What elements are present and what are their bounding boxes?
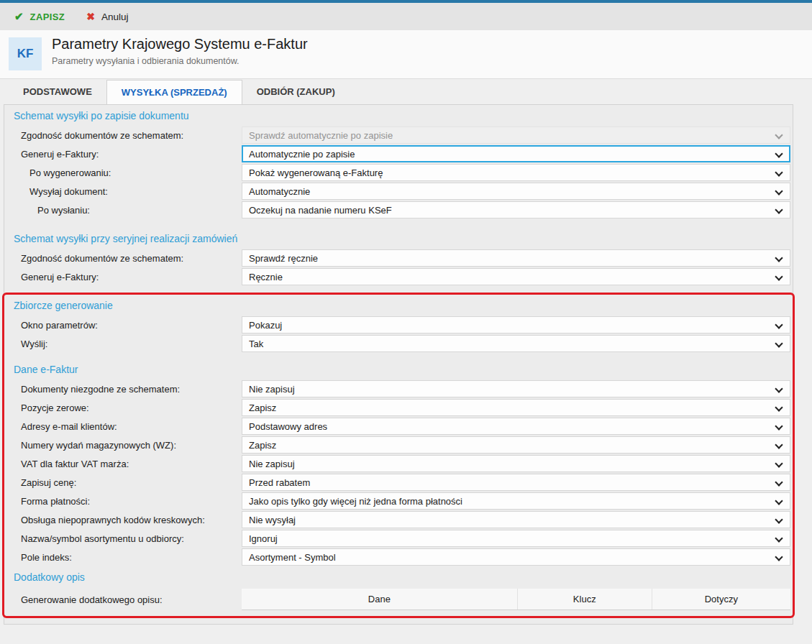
field-label: Wysyłaj dokument: [4,186,242,197]
field-row: Zgodność dokumentów ze schematem: Sprawd… [4,249,793,267]
field-label: Generowanie dodatkowego opisu: [4,589,242,610]
chevron-down-icon [775,422,783,431]
tab-bar: PODSTAWOWE WYSYŁKA (SPRZEDAŻ) ODBIÓR (ZA… [9,80,350,104]
field-row: Zapisuj cenę: Przed rabatem [4,473,793,492]
description-table-row: Generowanie dodatkowego opisu: Dane Kluc… [4,589,793,610]
highlight-annotation: Zbiorcze generowanie Okno parametrów: Po… [2,293,795,618]
dropdown-generuj-efaktury-2[interactable]: Ręcznie [242,268,790,285]
dropdown-forma-platnosci[interactable]: Jako opis tylko gdy więcej niż jedna for… [242,492,790,510]
field-row: Dokumenty niezgodne ze schematem: Nie za… [4,380,793,398]
field-label: Zapisuj cenę: [4,477,242,488]
dropdown-generuj-efaktury-1[interactable]: Automatycznie po zapisie [242,145,790,162]
chevron-down-icon [775,534,783,543]
dropdown-okno-parametrow[interactable]: Pokazuj [242,316,790,334]
field-row: Zgodność dokumentów ze schematem: Sprawd… [4,126,793,144]
toolbar: ✔ ZAPISZ ✖ Anuluj [0,3,812,30]
cancel-button[interactable]: ✖ Anuluj [86,11,128,22]
chevron-down-icon [775,497,783,505]
field-row: Generuj e-Faktury: Ręcznie [4,267,793,286]
field-row: Adresy e-mail klientów: Podstawowy adres [4,417,793,436]
field-row: Okno parametrów: Pokazuj [4,316,793,334]
chevron-down-icon [775,553,783,561]
chevron-down-icon [775,478,783,487]
table-header-dane[interactable]: Dane [242,589,518,610]
dropdown-zgodnosc-dokumentow-2[interactable]: Sprawdź ręcznie [242,249,790,267]
app-icon: KF [9,37,42,70]
field-row: Obsługa niepoprawnych kodów kreskowych: … [4,510,793,529]
field-label: Okno parametrów: [4,320,242,331]
field-label: Numery wydań magazynowych (WZ): [4,440,242,451]
field-label: Pole indeks: [4,552,242,563]
dropdown-vat-marza[interactable]: Nie zapisuj [242,455,790,472]
section-title-dane-efaktur: Dane e-Faktur [4,359,793,380]
cancel-button-label: Anuluj [101,12,129,22]
field-label: Po wysłaniu: [4,205,242,216]
page-title: Parametry Krajowego Systemu e-Faktur [52,36,308,52]
field-label: Nazwa/symbol asortymentu u odbiorcy: [4,533,242,544]
tab-podstawowe[interactable]: PODSTAWOWE [9,80,106,104]
chevron-down-icon [775,385,783,393]
dropdown-nazwa-symbol-asortymentu[interactable]: Ignoruj [242,530,790,547]
chevron-down-icon [775,254,783,262]
page-header: KF Parametry Krajowego Systemu e-Faktur … [0,30,812,79]
chevron-down-icon [775,168,783,177]
chevron-down-icon [775,206,783,214]
chevron-down-icon [775,131,783,139]
field-label: Wyślij: [4,339,242,349]
check-icon: ✔ [14,10,24,23]
field-label: Forma płatności: [4,496,242,507]
dropdown-adresy-email[interactable]: Podstawowy adres [242,418,790,435]
field-row: Po wygenerowaniu: Pokaż wygenerowaną e-F… [4,163,793,182]
field-row: Nazwa/symbol asortymentu u odbiorcy: Ign… [4,529,793,548]
field-row: VAT dla faktur VAT marża: Nie zapisuj [4,454,793,473]
field-label: Zgodność dokumentów ze schematem: [4,130,242,141]
chevron-down-icon [775,272,783,281]
dropdown-zgodnosc-dokumentow-1[interactable]: Sprawdź automatycznie po zapisie [242,126,790,144]
chevron-down-icon [775,459,783,468]
field-row: Pozycje zerowe: Zapisz [4,398,793,417]
dropdown-pole-indeks[interactable]: Asortyment - Symbol [242,548,790,566]
field-row: Numery wydań magazynowych (WZ): Zapisz [4,436,793,454]
chevron-down-icon [775,150,783,158]
dropdown-po-wygenerowaniu[interactable]: Pokaż wygenerowaną e-Fakturę [242,164,790,181]
header-titles: Parametry Krajowego Systemu e-Faktur Par… [52,36,308,66]
chevron-down-icon [775,515,783,524]
field-label: Po wygenerowaniu: [4,167,242,178]
save-button-label: ZAPISZ [30,12,65,22]
chevron-down-icon [775,441,783,449]
field-label: VAT dla faktur VAT marża: [4,459,242,469]
dropdown-pozycje-zerowe[interactable]: Zapisz [242,399,790,416]
dropdown-dokumenty-niezgodne[interactable]: Nie zapisuj [242,380,790,397]
field-row: Pole indeks: Asortyment - Symbol [4,548,793,566]
table-header-klucz[interactable]: Klucz [518,589,652,610]
table-header-dotyczy[interactable]: Dotyczy [652,589,790,610]
field-row: Wyślij: Tak [4,334,793,353]
dropdown-wyslij[interactable]: Tak [242,335,790,352]
close-icon: ✖ [86,11,95,22]
field-label: Pozycje zerowe: [4,402,242,413]
field-row: Po wysłaniu: Oczekuj na nadanie numeru K… [4,201,793,219]
tab-odbior-zakup[interactable]: ODBIÓR (ZAKUP) [242,80,350,104]
field-label: Generuj e-Faktury: [4,272,242,282]
dropdown-po-wyslaniu[interactable]: Oczekuj na nadanie numeru KSeF [242,201,790,218]
field-row: Wysyłaj dokument: Automatycznie [4,182,793,201]
chevron-down-icon [775,339,783,348]
dropdown-zapisuj-cene[interactable]: Przed rabatem [242,474,790,491]
field-label: Zgodność dokumentów ze schematem: [4,253,242,264]
dropdown-kody-kreskowe[interactable]: Nie wysyłaj [242,511,790,528]
chevron-down-icon [775,321,783,329]
field-row: Forma płatności: Jako opis tylko gdy wię… [4,492,793,510]
section-title-dodatkowy-opis: Dodatkowy opis [4,566,793,587]
save-button[interactable]: ✔ ZAPISZ [14,10,65,23]
section-title-schemat-po-zapisie: Schemat wysyłki po zapisie dokumentu [4,105,793,126]
dropdown-numery-wydan[interactable]: Zapisz [242,436,790,454]
section-title-zbiorcze-generowanie: Zbiorcze generowanie [4,295,793,316]
section-title-schemat-seryjna: Schemat wysyłki przy seryjnej realizacji… [4,228,793,249]
field-row: Generuj e-Faktury: Automatycznie po zapi… [4,144,793,163]
chevron-down-icon [775,187,783,196]
page-subtitle: Parametry wysyłania i odbierania dokumen… [52,56,308,66]
field-label: Obsługa niepoprawnych kodów kreskowych: [4,515,242,525]
field-label: Adresy e-mail klientów: [4,421,242,432]
tab-wysylka-sprzedaz[interactable]: WYSYŁKA (SPRZEDAŻ) [106,80,242,104]
dropdown-wysylaj-dokument[interactable]: Automatycznie [242,183,790,200]
